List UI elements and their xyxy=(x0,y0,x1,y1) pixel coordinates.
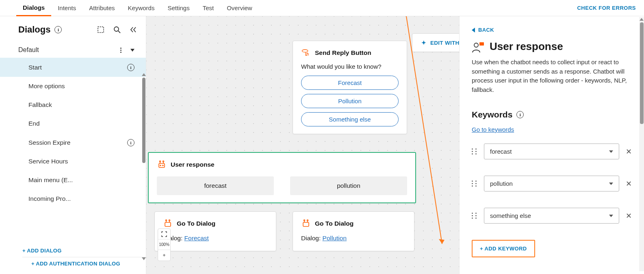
flow-canvas[interactable]: ✦ EDIT WITH ANSWERS COPILOT Send Reply B… xyxy=(146,16,459,274)
edit-copilot-button[interactable]: ✦ EDIT WITH ANSWERS COPILOT xyxy=(412,33,459,52)
chevron-down-icon xyxy=(609,183,613,185)
sidebar-group-default[interactable]: Default xyxy=(0,42,146,58)
tab-settings[interactable]: Settings xyxy=(161,0,196,15)
sidebar-scrollbar[interactable] xyxy=(142,73,146,274)
svg-point-3 xyxy=(302,50,308,52)
keyword-select-forecast[interactable]: forecast xyxy=(484,144,619,159)
copilot-label: EDIT WITH ANSWERS COPILOT xyxy=(430,40,459,46)
dialog-list: Start i More options Fallback End Sessio… xyxy=(0,58,146,242)
goto-keywords-link[interactable]: Go to keywords xyxy=(472,126,514,133)
sidebar-item-incoming-pro[interactable]: Incoming Pro... xyxy=(0,189,146,208)
sidebar-item-fallback[interactable]: Fallback xyxy=(0,96,146,114)
sidebar-item-service-hours[interactable]: Service Hours xyxy=(0,152,146,171)
tab-attributes[interactable]: Attributes xyxy=(82,0,121,15)
sidebar-item-session-expire[interactable]: Session Expire i xyxy=(0,133,146,152)
drag-handle-icon[interactable] xyxy=(472,213,477,219)
remove-keyword-button[interactable]: ✕ xyxy=(626,179,632,188)
add-keyword-button[interactable]: + ADD KEYWORD xyxy=(472,240,535,257)
tab-overview[interactable]: Overview xyxy=(220,0,259,15)
info-icon[interactable]: i xyxy=(127,139,134,146)
top-nav: Dialogs Intents Attributes Keywords Sett… xyxy=(0,0,644,16)
keyword-value: forecast xyxy=(490,148,512,155)
svg-point-8 xyxy=(163,161,164,162)
zoom-in-button[interactable]: + xyxy=(158,250,170,261)
keyword-row-pollution: pollution ✕ xyxy=(472,176,632,191)
goto-link-forecast[interactable]: Forecast xyxy=(184,235,209,241)
response-chip-forecast[interactable]: forecast xyxy=(157,176,274,195)
chevron-down-icon xyxy=(609,215,613,217)
zoom-fit-button[interactable] xyxy=(158,229,170,239)
check-errors-button[interactable]: CHECK FOR ERRORS xyxy=(577,5,636,11)
svg-point-1 xyxy=(114,27,119,31)
info-icon[interactable]: i xyxy=(127,64,134,71)
sidebar-item-label: Fallback xyxy=(28,101,52,109)
drag-handle-icon[interactable] xyxy=(472,148,477,154)
caret-down-icon[interactable] xyxy=(130,49,134,52)
detail-panel: BACK User response Use when the chatbot … xyxy=(459,16,644,274)
panel-title: User response xyxy=(490,40,563,53)
goto-link-pollution[interactable]: Pollution xyxy=(323,235,347,241)
back-button[interactable]: BACK xyxy=(472,27,632,33)
response-chip-pollution[interactable]: pollution xyxy=(290,176,407,195)
keyword-select-pollution[interactable]: pollution xyxy=(484,176,619,191)
svg-point-20 xyxy=(307,220,308,221)
sidebar-item-start[interactable]: Start i xyxy=(0,58,146,77)
goto-dialog-forecast[interactable]: Go To Dialog Dialog: Forecast xyxy=(154,211,276,251)
page-scrollbar[interactable] xyxy=(639,17,644,271)
tap-icon xyxy=(301,48,311,57)
sidebar: Dialogs i Default xyxy=(0,16,146,274)
panel-description: Use when the chatbot needs to collect in… xyxy=(472,58,632,94)
svg-rect-4 xyxy=(159,163,165,167)
svg-point-10 xyxy=(163,165,163,166)
svg-line-2 xyxy=(118,31,120,33)
add-dialog-button[interactable]: + ADD DIALOG xyxy=(22,244,146,257)
tab-keywords[interactable]: Keywords xyxy=(121,0,161,15)
sidebar-item-end[interactable]: End xyxy=(0,114,146,133)
sparkle-icon: ✦ xyxy=(421,39,426,46)
reply-option-something-else[interactable]: Something else xyxy=(301,112,399,126)
goto-dialog-pollution[interactable]: Go To Dialog Dialog: Pollution xyxy=(293,211,414,251)
search-icon[interactable] xyxy=(113,25,121,34)
svg-marker-22 xyxy=(439,239,445,244)
reply-title: Send Reply Button xyxy=(315,49,371,57)
collapse-icon[interactable] xyxy=(129,25,138,34)
remove-keyword-button[interactable]: ✕ xyxy=(626,211,632,220)
reply-prompt: What would you like to know? xyxy=(301,63,399,70)
chevron-down-icon xyxy=(609,150,613,153)
info-icon[interactable]: i xyxy=(516,111,524,118)
reply-option-forecast[interactable]: Forecast xyxy=(301,76,399,90)
sidebar-item-label: More options xyxy=(28,83,65,90)
goto-title: Go To Dialog xyxy=(177,220,215,227)
drag-handle-icon[interactable] xyxy=(472,180,477,187)
sidebar-item-label: Incoming Pro... xyxy=(28,195,71,202)
svg-rect-24 xyxy=(479,42,484,46)
kebab-icon[interactable] xyxy=(120,48,121,53)
outline-icon[interactable] xyxy=(96,25,105,34)
sidebar-item-label: Service Hours xyxy=(28,158,68,165)
send-reply-node[interactable]: Send Reply Button What would you like to… xyxy=(293,41,407,134)
goto-label: Dialog: xyxy=(301,235,323,241)
info-icon[interactable]: i xyxy=(54,26,62,33)
user-response-node[interactable]: User response forecast pollution xyxy=(148,152,416,203)
keyword-value: pollution xyxy=(490,180,513,187)
keywords-heading: Keywords xyxy=(472,110,512,120)
svg-point-15 xyxy=(169,220,170,221)
svg-rect-11 xyxy=(165,222,171,226)
zoom-level[interactable]: 100% xyxy=(158,239,170,250)
add-auth-dialog-button[interactable]: + ADD AUTHENTICATION DIALOG xyxy=(22,257,146,270)
tab-dialogs[interactable]: Dialogs xyxy=(16,0,51,16)
remove-keyword-button[interactable]: ✕ xyxy=(626,147,632,156)
tab-test[interactable]: Test xyxy=(196,0,221,15)
svg-point-7 xyxy=(160,161,161,162)
back-arrow-icon xyxy=(472,28,475,33)
keyword-select-something-else[interactable]: something else xyxy=(484,208,619,224)
user-response-icon xyxy=(472,41,483,52)
svg-point-23 xyxy=(474,43,478,47)
sidebar-item-more-options[interactable]: More options xyxy=(0,77,146,96)
reply-option-pollution[interactable]: Pollution xyxy=(301,94,399,108)
sidebar-item-main-menu[interactable]: Main menu (E... xyxy=(0,171,146,189)
svg-point-9 xyxy=(160,165,161,166)
robot-icon xyxy=(301,219,311,228)
sidebar-item-label: Main menu (E... xyxy=(28,176,73,184)
tab-intents[interactable]: Intents xyxy=(51,0,82,15)
